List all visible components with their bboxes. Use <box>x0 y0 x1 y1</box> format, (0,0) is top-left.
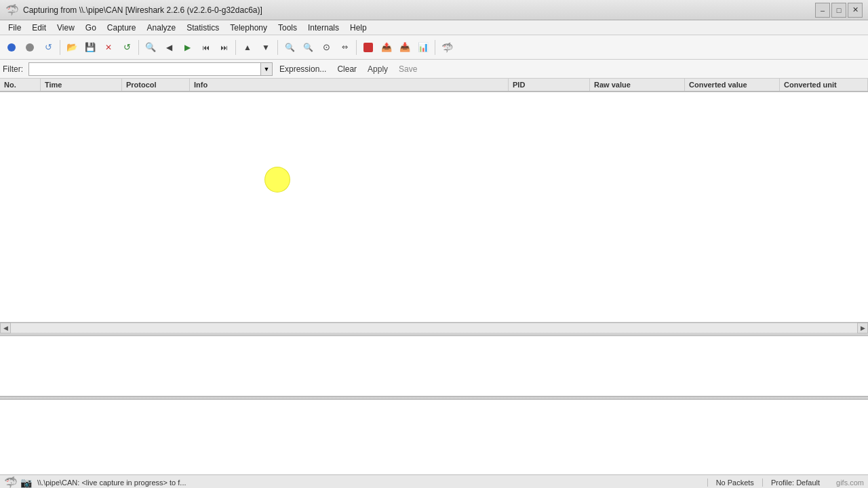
save-button[interactable]: 💾 <box>81 39 99 56</box>
go-first-button[interactable]: ⏮ <box>197 39 214 56</box>
go-forward-button[interactable]: ▶ <box>178 39 196 56</box>
menu-telephony[interactable]: Telephony <box>224 20 273 35</box>
title-bar: 🦈 Capturing from \\.\pipe\CAN [Wireshark… <box>0 0 868 20</box>
filter-bar: Filter: ▼ Expression... Clear Apply Save <box>0 60 868 79</box>
status-shark-icon: 🦈 <box>4 476 18 488</box>
column-headers: No. Time Protocol Info PID Raw value Con… <box>0 79 868 92</box>
col-header-raw: Raw value <box>590 79 685 91</box>
autoscroll-button[interactable]: ▼ <box>257 39 275 56</box>
stop-capture-button[interactable] <box>21 39 39 56</box>
toolbar-sep-6 <box>435 40 435 55</box>
col-header-protocol: Protocol <box>122 79 190 91</box>
toolbar-sep-1 <box>60 40 60 55</box>
minimize-button[interactable]: – <box>815 3 830 18</box>
save-filter-button[interactable]: Save <box>395 63 421 75</box>
packet-list[interactable] <box>0 92 868 323</box>
start-capture-button[interactable] <box>3 39 20 56</box>
toolbar: ↺ 📂 💾 ✕ ↺ 🔍 ◀ ▶ ⏮ ⏭ ▲ ▼ 🔍 🔍 ⊙ ⇔ <box>0 35 868 60</box>
maximize-button[interactable]: □ <box>831 3 846 18</box>
filter-dropdown-button[interactable]: ▼ <box>260 62 273 76</box>
status-gifs: gifs.com <box>828 479 864 487</box>
menu-internals[interactable]: Internals <box>302 20 344 35</box>
col-header-pid: PID <box>509 79 590 91</box>
col-header-no: No. <box>0 79 41 91</box>
go-back-button[interactable]: ◀ <box>160 39 178 56</box>
reload-button[interactable]: ↺ <box>118 39 136 56</box>
hex-pane <box>0 400 868 474</box>
toolbar-sep-4 <box>277 40 278 55</box>
import-button[interactable]: 📥 <box>396 39 414 56</box>
menu-edit[interactable]: Edit <box>26 20 52 35</box>
menu-help[interactable]: Help <box>344 20 372 35</box>
filter-input-wrap: ▼ <box>28 62 273 76</box>
close-file-button[interactable]: ✕ <box>100 39 117 56</box>
title-controls: – □ ✕ <box>815 3 863 18</box>
expression-button[interactable]: Expression... <box>275 63 330 75</box>
menu-analyze[interactable]: Analyze <box>142 20 182 35</box>
toolbar-sep-5 <box>356 40 357 55</box>
status-capture-text: \\.\pipe\CAN: <live capture in progress>… <box>37 479 707 487</box>
export-button[interactable]: 📤 <box>378 39 395 56</box>
open-button[interactable]: 📂 <box>63 39 81 56</box>
wireshark-logo-button[interactable]: 🦈 <box>438 39 456 56</box>
title-bar-left: 🦈 Capturing from \\.\pipe\CAN [Wireshark… <box>5 3 262 16</box>
hscroll-right-arrow[interactable]: ▶ <box>857 323 868 333</box>
toolbar-sep-2 <box>138 40 139 55</box>
hscroll-left-arrow[interactable]: ◀ <box>0 323 11 333</box>
status-profile: Profile: Default <box>763 479 828 487</box>
resize-columns-button[interactable]: ⇔ <box>336 39 353 56</box>
filter-label: Filter: <box>3 64 23 74</box>
restart-button[interactable]: ↺ <box>39 39 57 56</box>
col-header-converted: Converted value <box>685 79 780 91</box>
detail-pane <box>0 336 868 397</box>
menu-statistics[interactable]: Statistics <box>181 20 224 35</box>
filter-input[interactable] <box>28 62 260 76</box>
menu-capture[interactable]: Capture <box>102 20 142 35</box>
col-header-time: Time <box>41 79 122 91</box>
status-cam-icon: 📷 <box>20 477 32 488</box>
find-button[interactable]: 🔍 <box>142 39 159 56</box>
status-packets: No Packets <box>707 479 763 487</box>
app-icon: 🦈 <box>5 3 19 16</box>
colorize-button[interactable]: ▲ <box>239 39 256 56</box>
title-text: Capturing from \\.\pipe\CAN [Wireshark 2… <box>23 5 262 15</box>
cursor-indicator <box>264 167 290 192</box>
col-header-info: Info <box>190 79 509 91</box>
apply-filter-button[interactable]: Apply <box>363 63 392 75</box>
stats-button[interactable]: 📊 <box>414 39 432 56</box>
zoom-in-button[interactable]: 🔍 <box>281 39 298 56</box>
hscroll-track[interactable] <box>11 323 857 333</box>
col-header-unit: Converted unit <box>780 79 868 91</box>
menu-view[interactable]: View <box>52 20 80 35</box>
toolbar-sep-3 <box>235 40 236 55</box>
status-bar: 🦈 📷 \\.\pipe\CAN: <live capture in progr… <box>0 474 868 488</box>
horizontal-scrollbar[interactable]: ◀ ▶ <box>0 323 868 333</box>
menu-file[interactable]: File <box>3 20 26 35</box>
go-last-button[interactable]: ⏭ <box>215 39 233 56</box>
clear-filter-button[interactable]: Clear <box>333 63 361 75</box>
menu-go[interactable]: Go <box>80 20 102 35</box>
status-icons: 🦈 📷 <box>4 476 32 488</box>
menu-tools[interactable]: Tools <box>273 20 302 35</box>
zoom-reset-button[interactable]: ⊙ <box>317 39 335 56</box>
capture-opts-button[interactable] <box>359 39 377 56</box>
menu-bar: File Edit View Go Capture Analyze Statis… <box>0 20 868 35</box>
zoom-out-button[interactable]: 🔍 <box>299 39 317 56</box>
close-button[interactable]: ✕ <box>848 3 863 18</box>
